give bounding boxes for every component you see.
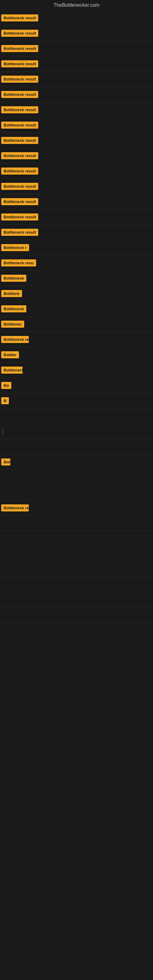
result-row: Bottleneck re: [0, 500, 153, 516]
result-row: [0, 592, 153, 608]
bottleneck-label: Bottleneck result: [1, 122, 38, 129]
bottleneck-label: Bot: [1, 458, 10, 466]
result-row: Bottlene: [0, 286, 153, 301]
result-row: Bottleneck result: [0, 26, 153, 41]
result-row: Bottlenec: [0, 317, 153, 332]
bottleneck-label: Bo: [1, 382, 11, 389]
result-row: Bottleneck result: [0, 164, 153, 179]
bottleneck-label: Bottleneck result: [1, 76, 38, 83]
bottleneck-label: Bottleneck result: [1, 45, 38, 52]
bottleneck-label: Bottleneck result: [1, 152, 38, 159]
result-row: Bottleneck result: [0, 72, 153, 87]
result-row: Bottleneck result: [0, 118, 153, 133]
result-row: Bottleneck result: [0, 87, 153, 102]
bottleneck-label: Bottler: [1, 351, 19, 358]
result-row: [0, 516, 153, 531]
bottleneck-label: Bottleneck re: [1, 336, 29, 343]
result-row: Bottleneck result: [0, 133, 153, 148]
result-row: Bottleneck result: [0, 148, 153, 164]
bottleneck-label: Bottleneck result: [1, 14, 38, 21]
result-row: [0, 470, 153, 485]
result-row: Bo: [0, 378, 153, 393]
result-row: [0, 546, 153, 562]
result-row: Bottler: [0, 347, 153, 363]
bottleneck-label: Bottleneck: [1, 305, 26, 312]
result-row: Bottleneck result: [0, 56, 153, 72]
result-row: Bottleneck re: [0, 332, 153, 347]
result-row: Bottleneck result: [0, 102, 153, 118]
bar-area: [1, 428, 152, 434]
result-row: [0, 409, 153, 424]
bottleneck-label: Bottleneck result: [1, 183, 38, 190]
site-title: TheBottlenecker.com: [0, 0, 153, 10]
result-row: [0, 439, 153, 455]
result-row: Bottleneck result: [0, 41, 153, 56]
result-row: Bottleneck: [0, 301, 153, 317]
vertical-line: [2, 428, 3, 434]
bottleneck-label: Bottleneck resu: [1, 259, 36, 266]
result-row: [0, 608, 153, 623]
bottleneck-label: Bottleneck result: [1, 60, 38, 67]
bottleneck-label: Bottleneck result: [1, 213, 38, 221]
bottleneck-label: Bottleneck result: [1, 106, 38, 113]
result-row: Bottleneck result: [0, 179, 153, 194]
result-row: Bot: [0, 455, 153, 470]
bottleneck-label: Bottleneck result: [1, 229, 38, 236]
bottleneck-label: Bottleneck result: [1, 198, 38, 205]
result-row: Bottleneck: [0, 363, 153, 378]
results-container: Bottleneck resultBottleneck resultBottle…: [0, 10, 153, 623]
bottleneck-label: Bottleneck: [1, 367, 22, 374]
bottleneck-label: Bottleneck result: [1, 30, 38, 37]
result-row: Bottleneck result: [0, 10, 153, 26]
bottleneck-label: Bottlenec: [1, 321, 24, 328]
bottleneck-label: Bottlene: [1, 290, 22, 297]
result-row: Bottleneck r: [0, 240, 153, 255]
result-row: [0, 562, 153, 577]
bottleneck-label: Bottleneck result: [1, 167, 38, 175]
result-row: [0, 577, 153, 592]
result-row: Bottleneck result: [0, 194, 153, 210]
result-row: B: [0, 393, 153, 409]
bottleneck-label: Bottleneck result: [1, 91, 38, 98]
result-row: [0, 424, 153, 439]
result-row: Bottleneck result: [0, 210, 153, 225]
result-row: [0, 531, 153, 546]
result-row: Bottleneck: [0, 271, 153, 286]
bottleneck-label: Bottleneck re: [1, 504, 29, 511]
bottleneck-label: Bottleneck result: [1, 137, 38, 144]
bottleneck-label: Bottleneck: [1, 275, 26, 282]
result-row: Bottleneck result: [0, 225, 153, 240]
result-row: [0, 485, 153, 500]
bottleneck-label: Bottleneck r: [1, 244, 29, 251]
result-row: Bottleneck resu: [0, 255, 153, 271]
site-title-text: TheBottlenecker.com: [54, 2, 99, 8]
bottleneck-label: B: [1, 397, 9, 404]
